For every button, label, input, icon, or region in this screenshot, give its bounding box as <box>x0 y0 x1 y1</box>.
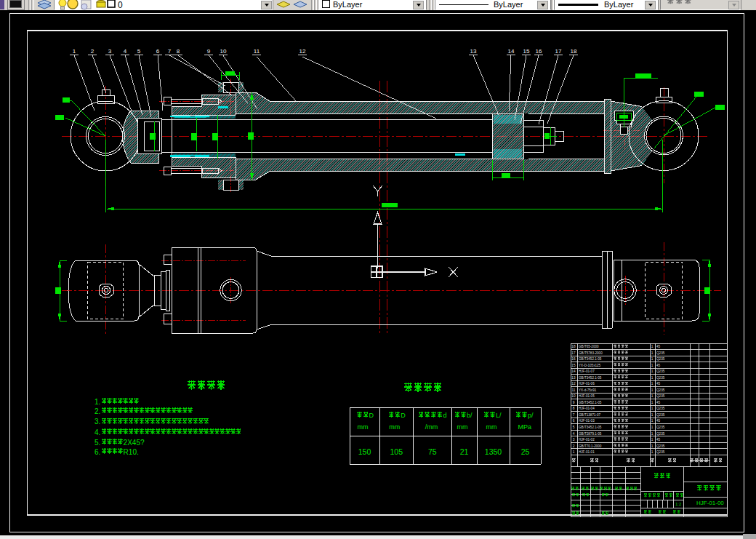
svg-text:45: 45 <box>656 438 661 442</box>
svg-text:1: 1 <box>651 382 654 386</box>
svg-text:5: 5 <box>573 426 575 429</box>
svg-text:14: 14 <box>571 370 576 373</box>
svg-text:1: 1 <box>651 401 654 404</box>
svg-text:2.: 2. <box>94 407 100 415</box>
svg-text:d: d <box>443 412 446 419</box>
svg-text:1: 1 <box>651 345 654 348</box>
svg-text:1350: 1350 <box>485 447 502 456</box>
svg-text:13: 13 <box>571 376 576 380</box>
svg-text:6.: 6. <box>94 448 100 456</box>
svg-text:5: 5 <box>137 48 141 55</box>
svg-text:4: 4 <box>573 432 575 436</box>
svg-text:75: 75 <box>428 447 437 456</box>
svg-text:14: 14 <box>508 48 515 55</box>
svg-text:6: 6 <box>573 419 575 423</box>
svg-text:45: 45 <box>656 401 661 404</box>
svg-text:0: 0 <box>118 0 123 10</box>
svg-text:1: 1 <box>651 444 654 448</box>
svg-text:mm: mm <box>358 423 369 431</box>
svg-text:11: 11 <box>254 48 260 55</box>
svg-text:1: 1 <box>73 48 76 55</box>
svg-text:45: 45 <box>656 345 661 348</box>
svg-text:12: 12 <box>299 48 306 55</box>
svg-text:GB/T65-2000: GB/T65-2000 <box>579 345 599 348</box>
svg-text:45: 45 <box>656 364 661 367</box>
svg-text:L/: L/ <box>496 412 502 419</box>
svg-text:1:2: 1:2 <box>675 502 682 506</box>
svg-text:10: 10 <box>220 48 227 55</box>
svg-text:p/: p/ <box>528 412 534 419</box>
svg-text:7: 7 <box>573 413 575 417</box>
svg-text:150: 150 <box>358 447 371 456</box>
svg-text:HJF-01-07: HJF-01-07 <box>579 370 595 373</box>
svg-text:Q235: Q235 <box>656 450 665 454</box>
svg-text:GB/T3452.1-05: GB/T3452.1-05 <box>579 357 602 361</box>
svg-text:17: 17 <box>555 48 562 55</box>
svg-text:8: 8 <box>177 48 180 55</box>
svg-text:Q235: Q235 <box>656 357 665 361</box>
svg-text:15: 15 <box>523 48 530 55</box>
svg-text:mm: mm <box>486 423 497 431</box>
svg-text:HJF-01-02: HJF-01-02 <box>579 438 595 442</box>
svg-text:13: 13 <box>470 48 477 55</box>
svg-text:11: 11 <box>572 388 576 392</box>
svg-text:Q235: Q235 <box>656 426 665 429</box>
svg-text:1: 1 <box>651 438 654 442</box>
svg-text:105: 105 <box>390 447 403 456</box>
svg-text:4.: 4. <box>94 428 100 436</box>
svg-text:2: 2 <box>573 444 575 448</box>
svg-text:Q235: Q235 <box>656 394 665 398</box>
svg-text:1: 1 <box>651 364 654 367</box>
svg-text:GB/T13871-07: GB/T13871-07 <box>579 413 601 417</box>
svg-text:2X45?: 2X45? <box>124 439 145 447</box>
svg-text:1: 1 <box>651 432 654 436</box>
svg-text:3: 3 <box>108 48 112 55</box>
svg-text:1.: 1. <box>94 398 100 406</box>
svg-text:1: 1 <box>573 450 575 454</box>
svg-text:6: 6 <box>156 48 160 55</box>
svg-text:3.: 3. <box>94 418 100 426</box>
svg-text:HJF-01-06: HJF-01-06 <box>579 382 595 386</box>
svg-text:GB/T5783-2000: GB/T5783-2000 <box>579 351 603 355</box>
svg-text:1: 1 <box>651 357 654 361</box>
svg-text:18: 18 <box>571 48 577 55</box>
svg-text:1: 1 <box>651 413 654 417</box>
svg-text:9: 9 <box>573 401 575 404</box>
svg-text:Q235: Q235 <box>656 370 665 373</box>
svg-text:GB/T70.1-2000: GB/T70.1-2000 <box>579 444 602 448</box>
svg-text:45: 45 <box>656 382 661 386</box>
svg-text:10: 10 <box>571 394 576 398</box>
svg-text:17: 17 <box>571 351 576 355</box>
svg-text:HJF-01-01: HJF-01-01 <box>579 450 595 454</box>
svg-text:YX-d-75x91: YX-d-75x91 <box>579 388 597 392</box>
svg-text:GB/T3452.1-05: GB/T3452.1-05 <box>579 426 602 429</box>
svg-text:1: 1 <box>651 370 654 373</box>
svg-text:GB/T2879.1-05: GB/T2879.1-05 <box>579 432 602 436</box>
svg-text:1: 1 <box>651 407 654 410</box>
svg-text:9: 9 <box>207 48 211 55</box>
svg-text:D: D <box>369 412 374 419</box>
svg-text:mm: mm <box>389 423 400 431</box>
svg-text:D: D <box>401 412 406 419</box>
svg-text:8: 8 <box>573 407 575 410</box>
svg-text:16: 16 <box>571 357 576 361</box>
svg-text:1: 1 <box>651 450 654 454</box>
svg-text:YX-D-105x125: YX-D-105x125 <box>579 364 601 367</box>
svg-text:R10.: R10. <box>124 448 139 456</box>
svg-text:4: 4 <box>124 48 127 55</box>
svg-text:1: 1 <box>651 388 654 392</box>
svg-text:45: 45 <box>656 419 661 423</box>
svg-text:18: 18 <box>571 345 576 348</box>
svg-text:Q235: Q235 <box>656 432 665 436</box>
svg-text:Q235: Q235 <box>656 407 665 410</box>
svg-text:7: 7 <box>168 48 172 55</box>
svg-text:/mm: /mm <box>425 423 438 431</box>
svg-text:1: 1 <box>651 376 654 380</box>
svg-text:15: 15 <box>571 364 576 367</box>
svg-text:1: 1 <box>651 394 654 398</box>
svg-text:mm: mm <box>457 423 468 431</box>
svg-text:Q235: Q235 <box>656 388 665 392</box>
svg-text:HJF-01-03: HJF-01-03 <box>579 419 595 423</box>
svg-text:HJF-01-05: HJF-01-05 <box>579 394 595 398</box>
svg-text:GB/T3452.1-05: GB/T3452.1-05 <box>579 401 602 404</box>
